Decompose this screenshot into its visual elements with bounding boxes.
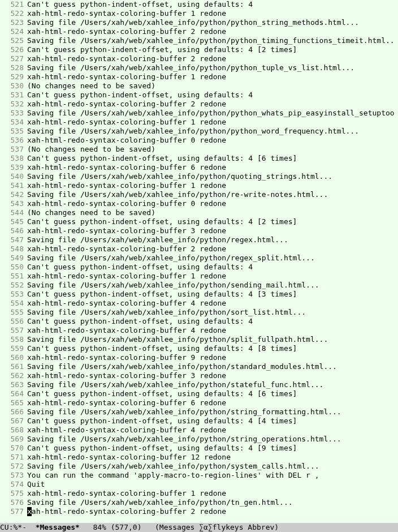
buffer-line[interactable]: 567Can't guess python-indent-offset, usi… <box>0 417 398 426</box>
buffer-line[interactable]: 554xah-html-redo-syntax-coloring-buffer … <box>0 299 398 308</box>
buffer-line[interactable]: 528Saving file /Users/xah/web/xahlee_inf… <box>0 63 398 72</box>
buffer-line[interactable]: 549Saving file /Users/xah/web/xahlee_inf… <box>0 254 398 263</box>
buffer-line[interactable]: 545Can't guess python-indent-offset, usi… <box>0 217 398 226</box>
buffer-line[interactable]: 556Can't guess python-indent-offset, usi… <box>0 317 398 326</box>
line-content: (No changes need to be saved) <box>27 208 398 217</box>
line-number: 546 <box>0 226 27 235</box>
buffer-line[interactable]: 562xah-html-redo-syntax-coloring-buffer … <box>0 371 398 380</box>
buffer-line[interactable]: 559Can't guess python-indent-offset, usi… <box>0 344 398 353</box>
buffer-line[interactable]: 548xah-html-redo-syntax-coloring-buffer … <box>0 244 398 254</box>
buffer-line[interactable]: 542Saving file /Users/xah/web/xahlee_inf… <box>0 190 398 199</box>
buffer-line[interactable]: 538Can't guess python-indent-offset, usi… <box>0 154 398 163</box>
line-number: 572 <box>0 462 27 471</box>
buffer-line[interactable]: 522xah-html-redo-syntax-coloring-buffer … <box>0 9 398 18</box>
line-content: xah-html-redo-syntax-coloring-buffer 1 r… <box>27 9 398 18</box>
buffer-line[interactable]: 526Can't guess python-indent-offset, usi… <box>0 45 398 54</box>
line-content: xah-html-redo-syntax-coloring-buffer 4 r… <box>27 326 398 335</box>
buffer-line[interactable]: 555Saving file /Users/xah/web/xahlee_inf… <box>0 308 398 317</box>
line-content: (No changes need to be saved) <box>27 81 398 91</box>
line-number: 531 <box>0 91 27 100</box>
line-number: 526 <box>0 45 27 54</box>
buffer-line[interactable]: 557xah-html-redo-syntax-coloring-buffer … <box>0 326 398 335</box>
buffer-line[interactable]: 564Can't guess python-indent-offset, usi… <box>0 389 398 398</box>
line-content: xah-html-redo-syntax-coloring-buffer 0 r… <box>27 136 398 145</box>
line-number: 532 <box>0 100 27 109</box>
line-content: Can't guess python-indent-offset, using … <box>27 217 398 226</box>
buffer-line[interactable]: 565xah-html-redo-syntax-coloring-buffer … <box>0 398 398 407</box>
buffer-line[interactable]: 537(No changes need to be saved) <box>0 145 398 154</box>
line-number: 548 <box>0 244 27 254</box>
buffer-line[interactable]: 536xah-html-redo-syntax-coloring-buffer … <box>0 136 398 145</box>
line-number: 577 <box>0 507 27 516</box>
buffer-line[interactable]: 535Saving file /Users/xah/web/xahlee_inf… <box>0 127 398 136</box>
buffer-line[interactable]: 571xah-html-redo-syntax-coloring-buffer … <box>0 453 398 462</box>
buffer-line[interactable]: 560xah-html-redo-syntax-coloring-buffer … <box>0 353 398 362</box>
buffer-line[interactable]: 529xah-html-redo-syntax-coloring-buffer … <box>0 72 398 81</box>
line-number: 538 <box>0 154 27 163</box>
buffer-line[interactable]: 533Saving file /Users/xah/web/xahlee_inf… <box>0 109 398 118</box>
buffer-line[interactable]: 573You can run the command 'apply-macro-… <box>0 471 398 480</box>
mode-line[interactable]: CU:%*- *Messages* 84% (577,0) (Messages … <box>0 523 398 532</box>
buffer-line[interactable]: 543xah-html-redo-syntax-coloring-buffer … <box>0 199 398 208</box>
line-content: Quit <box>27 480 398 489</box>
line-content: Saving file /Users/xah/web/xahlee_info/p… <box>27 380 398 389</box>
buffer-line[interactable]: 530(No changes need to be saved) <box>0 81 398 91</box>
line-content: Can't guess python-indent-offset, using … <box>27 154 398 163</box>
line-number: 522 <box>0 9 27 18</box>
buffer-line[interactable]: 525Saving file /Users/xah/web/xahlee_inf… <box>0 36 398 45</box>
buffer-line[interactable]: 547Saving file /Users/xah/web/xahlee_inf… <box>0 235 398 244</box>
buffer-line[interactable]: 553Can't guess python-indent-offset, usi… <box>0 290 398 299</box>
buffer-line[interactable]: 550Can't guess python-indent-offset, usi… <box>0 263 398 272</box>
line-number: 523 <box>0 18 27 27</box>
line-number: 530 <box>0 81 27 91</box>
buffer-line[interactable]: 575xah-html-redo-syntax-coloring-buffer … <box>0 489 398 498</box>
buffer-line[interactable]: 572Saving file /Users/xah/web/xahlee_inf… <box>0 462 398 471</box>
buffer-line[interactable]: 561Saving file /Users/xah/web/xahlee_inf… <box>0 362 398 371</box>
line-number: 551 <box>0 272 27 281</box>
line-content: Can't guess python-indent-offset, using … <box>27 0 398 9</box>
buffer-line[interactable]: 541xah-html-redo-syntax-coloring-buffer … <box>0 181 398 190</box>
buffer-line[interactable]: 569Saving file /Users/xah/web/xahlee_inf… <box>0 435 398 444</box>
buffer-line[interactable]: 527xah-html-redo-syntax-coloring-buffer … <box>0 54 398 63</box>
line-number: 537 <box>0 145 27 154</box>
messages-buffer[interactable]: 521Can't guess python-indent-offset, usi… <box>0 0 398 523</box>
line-content: xah-html-redo-syntax-coloring-buffer 1 r… <box>27 489 398 498</box>
text-cursor: x <box>27 507 32 516</box>
buffer-line[interactable]: 552Saving file /Users/xah/web/xahlee_inf… <box>0 281 398 290</box>
buffer-line[interactable]: 539xah-html-redo-syntax-coloring-buffer … <box>0 163 398 172</box>
buffer-line[interactable]: 574Quit <box>0 480 398 489</box>
line-number: 558 <box>0 335 27 344</box>
line-number: 574 <box>0 480 27 489</box>
buffer-line[interactable]: 566Saving file /Users/xah/web/xahlee_inf… <box>0 407 398 417</box>
buffer-line[interactable]: 524xah-html-redo-syntax-coloring-buffer … <box>0 27 398 36</box>
buffer-line[interactable]: 570Can't guess python-indent-offset, usi… <box>0 444 398 453</box>
buffer-line[interactable]: 546xah-html-redo-syntax-coloring-buffer … <box>0 226 398 235</box>
line-content: xah-html-redo-syntax-coloring-buffer 9 r… <box>27 353 398 362</box>
buffer-line[interactable]: 577xah-html-redo-syntax-coloring-buffer … <box>0 507 398 516</box>
mode-line-position: (577,0) <box>111 523 155 531</box>
buffer-line[interactable]: 521Can't guess python-indent-offset, usi… <box>0 0 398 9</box>
buffer-line[interactable]: 540Saving file /Users/xah/web/xahlee_inf… <box>0 172 398 181</box>
buffer-line[interactable]: 534xah-html-redo-syntax-coloring-buffer … <box>0 118 398 127</box>
line-content: Saving file /Users/xah/web/xahlee_info/p… <box>27 335 398 344</box>
buffer-line[interactable]: 531Can't guess python-indent-offset, usi… <box>0 91 398 100</box>
buffer-line[interactable]: 576Saving file /Users/xah/web/xahlee_inf… <box>0 498 398 507</box>
line-content: Can't guess python-indent-offset, using … <box>27 290 398 299</box>
buffer-line[interactable]: 523Saving file /Users/xah/web/xahlee_inf… <box>0 18 398 27</box>
buffer-line[interactable]: 558Saving file /Users/xah/web/xahlee_inf… <box>0 335 398 344</box>
line-content: Can't guess python-indent-offset, using … <box>27 344 398 353</box>
line-number: 521 <box>0 0 27 9</box>
buffer-line[interactable]: 563Saving file /Users/xah/web/xahlee_inf… <box>0 380 398 389</box>
line-number: 565 <box>0 398 27 407</box>
buffer-line[interactable]: 544(No changes need to be saved) <box>0 208 398 217</box>
buffer-line[interactable]: 551xah-html-redo-syntax-coloring-buffer … <box>0 272 398 281</box>
line-content: Saving file /Users/xah/web/xahlee_info/p… <box>27 36 398 45</box>
line-content: Saving file /Users/xah/web/xahlee_info/p… <box>27 127 398 136</box>
line-number: 571 <box>0 453 27 462</box>
line-content: Saving file /Users/xah/web/xahlee_info/p… <box>27 63 398 72</box>
line-content: Can't guess python-indent-offset, using … <box>27 389 398 398</box>
buffer-line[interactable]: 532xah-html-redo-syntax-coloring-buffer … <box>0 100 398 109</box>
line-content: xah-html-redo-syntax-coloring-buffer 3 r… <box>27 226 398 235</box>
line-number: 563 <box>0 380 27 389</box>
buffer-line[interactable]: 568xah-html-redo-syntax-coloring-buffer … <box>0 426 398 435</box>
